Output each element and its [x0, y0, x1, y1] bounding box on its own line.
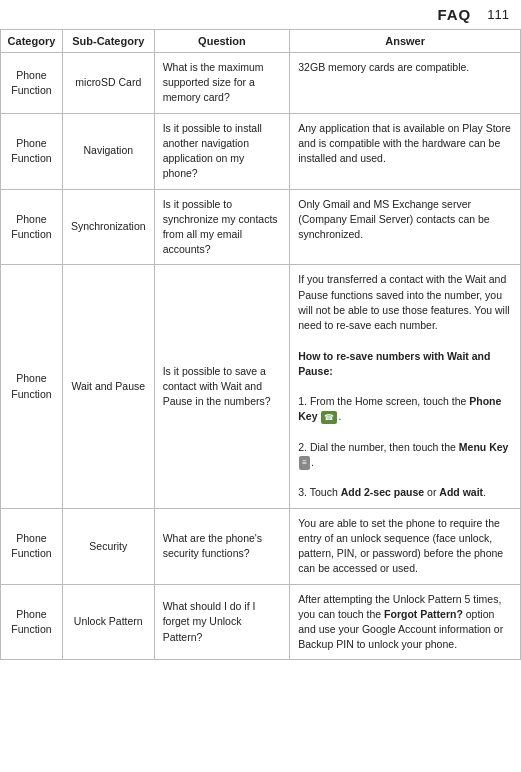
cell-category: Phone Function — [1, 113, 63, 189]
table-row: Phone Function microSD Card What is the … — [1, 53, 521, 114]
table-row: Phone Function Navigation Is it possible… — [1, 113, 521, 189]
col-header-answer: Answer — [290, 30, 521, 53]
cell-question: What are the phone's security functions? — [154, 508, 290, 584]
phone-key-icon: ☎ — [321, 411, 337, 425]
cell-category: Phone Function — [1, 53, 63, 114]
menu-key-icon: ≡ — [299, 456, 310, 470]
cell-answer-unlock: After attempting the Unlock Pattern 5 ti… — [290, 584, 521, 660]
col-header-question: Question — [154, 30, 290, 53]
table-header-row: Category Sub-Category Question Answer — [1, 30, 521, 53]
cell-subcategory: Synchronization — [62, 189, 154, 265]
cell-question: What should I do if I forget my Unlock P… — [154, 584, 290, 660]
page-number: 111 — [487, 7, 509, 22]
cell-question: Is it possible to synchronize my contact… — [154, 189, 290, 265]
table-row: Phone Function Synchronization Is it pos… — [1, 189, 521, 265]
answer-step2: 2. Dial the number, then touch the Menu … — [298, 441, 508, 468]
cell-category: Phone Function — [1, 189, 63, 265]
faq-table: Category Sub-Category Question Answer Ph… — [0, 29, 521, 660]
answer-step3: 3. Touch Add 2-sec pause or Add wait. — [298, 486, 486, 498]
answer-bold-heading: How to re-save numbers with Wait and Pau… — [298, 350, 490, 377]
page-title: FAQ — [12, 6, 471, 23]
cell-question: Is it possible to save a contact with Wa… — [154, 265, 290, 508]
answer-text-1: If you transferred a contact with the Wa… — [298, 273, 509, 331]
cell-subcategory: Security — [62, 508, 154, 584]
cell-answer: You are able to set the phone to require… — [290, 508, 521, 584]
cell-category: Phone Function — [1, 265, 63, 508]
cell-answer: Only Gmail and MS Exchange server (Compa… — [290, 189, 521, 265]
col-header-category: Category — [1, 30, 63, 53]
cell-question: What is the maximum supported size for a… — [154, 53, 290, 114]
page-header: FAQ 111 — [0, 0, 521, 27]
cell-answer: Any application that is available on Pla… — [290, 113, 521, 189]
cell-subcategory: Unlock Pattern — [62, 584, 154, 660]
col-header-subcategory: Sub-Category — [62, 30, 154, 53]
answer-step1: 1. From the Home screen, touch the Phone… — [298, 395, 501, 422]
cell-question: Is it possible to install another naviga… — [154, 113, 290, 189]
cell-subcategory: Wait and Pause — [62, 265, 154, 508]
cell-answer: 32GB memory cards are compatible. — [290, 53, 521, 114]
answer-unlock-text: After attempting the Unlock Pattern 5 ti… — [298, 593, 503, 651]
table-row: Phone Function Security What are the pho… — [1, 508, 521, 584]
table-row: Phone Function Wait and Pause Is it poss… — [1, 265, 521, 508]
cell-subcategory: microSD Card — [62, 53, 154, 114]
cell-subcategory: Navigation — [62, 113, 154, 189]
cell-answer-wait-pause: If you transferred a contact with the Wa… — [290, 265, 521, 508]
cell-category: Phone Function — [1, 584, 63, 660]
table-row: Phone Function Unlock Pattern What shoul… — [1, 584, 521, 660]
cell-category: Phone Function — [1, 508, 63, 584]
